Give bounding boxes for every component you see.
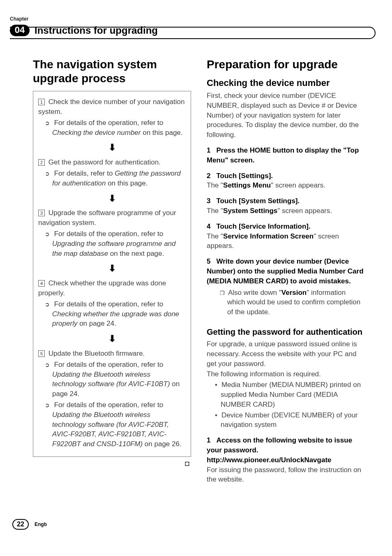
step-5-sub-b-after: on page 26.: [143, 440, 182, 448]
step-5-sub-b-pre: For details of the operation, refer to: [54, 401, 164, 409]
right-step-2-text: Touch [Settings].: [216, 172, 273, 180]
step-2-sub-after: on this page.: [106, 179, 148, 187]
step-number-2: 2: [38, 159, 45, 166]
right-heading-1: Preparation for upgrade: [207, 58, 365, 72]
step-3-sub-after: on the next page.: [108, 250, 164, 257]
step-5-sub-a: For details of the operation, refer to U…: [38, 360, 186, 399]
step-3-sub-pre: For details of the operation, refer to: [54, 230, 164, 238]
step-3-text: Upgrade the software programme of your n…: [38, 209, 176, 227]
right-para-2: For upgrade, a unique password issued on…: [207, 339, 365, 368]
step-1: 1 Check the device number of your naviga…: [38, 97, 186, 137]
t: Also write down ": [228, 289, 281, 297]
right-bullet-1: Media Number (MEDIA NUMBER) printed on s…: [207, 380, 365, 409]
language-code: Engb: [35, 521, 47, 528]
right-subheading-1: Checking the device number: [207, 77, 365, 89]
n4: 4: [207, 222, 210, 230]
step-2-sub: For details, refer to Getting the passwo…: [38, 169, 186, 188]
t: " screen appears.: [271, 181, 325, 189]
page-number: 22: [12, 519, 29, 530]
step-5: 5 Update the Bluetooth firmware. For det…: [38, 349, 186, 449]
right-step-4-result: The "Service Information Screen" screen …: [207, 232, 365, 251]
right-step-6-text: Access on the following website to issue…: [207, 436, 352, 454]
step-5-sub-a-pre: For details of the operation, refer to: [54, 361, 164, 368]
right-step-5-text: Write down your device number (Device Nu…: [207, 257, 364, 285]
right-bullet-2: Device Number (DEVICE NUMBER) of your na…: [207, 410, 365, 430]
step-number-4: 4: [38, 280, 45, 287]
step-2-sub-pre: For details, refer to: [54, 169, 115, 177]
right-step-1: 1Press the HOME button to display the "T…: [207, 146, 365, 165]
chapter-title: Instructions for upgrading: [35, 23, 158, 37]
step-4-sub: For details of the operation, refer to C…: [38, 299, 186, 329]
step-4-sub-after: on page 24.: [77, 320, 116, 327]
chapter-row: 04 Instructions for upgrading: [10, 23, 376, 37]
end-section-icon: ◘: [33, 459, 191, 469]
arrow-down-icon: ⬇: [38, 333, 186, 345]
step-4-sub-pre: For details of the operation, refer to: [54, 300, 164, 308]
step-1-sub-pre: For details of the operation, refer to: [54, 119, 164, 127]
arrow-down-icon: ⬇: [38, 262, 186, 275]
chapter-number-badge: 04: [10, 25, 30, 36]
step-2-text: Get the password for authentication.: [48, 158, 161, 166]
right-para-3: The following information is required.: [207, 369, 365, 379]
step-5-sub-b: For details of the operation, refer to U…: [38, 400, 186, 449]
right-step-4: 4Touch [Service Information].: [207, 222, 365, 232]
process-box: 1 Check the device number of your naviga…: [33, 91, 191, 457]
n2: 2: [207, 172, 210, 180]
left-column: The navigation system upgrade process 1 …: [33, 58, 191, 485]
t: The ": [207, 232, 223, 240]
right-step-3: 3Touch [System Settings].: [207, 196, 365, 206]
n1: 1: [207, 146, 210, 154]
right-column: Preparation for upgrade Checking the dev…: [207, 58, 365, 485]
right-step-3-text: Touch [System Settings].: [216, 197, 300, 205]
step-2: 2 Get the password for authentication. F…: [38, 158, 186, 188]
step-5-sub-a-italic: Updating the Bluetooth wireless technolo…: [52, 371, 170, 388]
right-subheading-2: Getting the password for authentication: [207, 326, 365, 338]
t: System Settings: [223, 207, 277, 215]
n5: 5: [207, 257, 210, 265]
right-step-5-sub: Also write down "Version" information wh…: [207, 288, 365, 317]
right-para-1: First, check your device number (DEVICE …: [207, 91, 365, 140]
arrow-down-icon: ⬇: [38, 192, 186, 205]
right-step-1-text: Press the HOME button to display the "To…: [207, 146, 359, 164]
step-5-text: Update the Bluetooth firmware.: [48, 350, 145, 357]
page-footer: 22 Engb: [12, 519, 47, 530]
arrow-down-icon: ⬇: [38, 141, 186, 154]
right-step-6: 1Access on the following website to issu…: [207, 436, 365, 455]
right-step-2: 2Touch [Settings].: [207, 171, 365, 181]
step-4: 4 Check whether the upgrade was done pro…: [38, 278, 186, 329]
t: Version: [281, 289, 307, 297]
page-header: Chapter 04 Instructions for upgrading: [10, 16, 376, 37]
t: Settings Menu: [223, 181, 271, 189]
step-1-sub-italic: Checking the device number: [52, 129, 141, 137]
right-step-5: 5Write down your device number (Device N…: [207, 257, 365, 286]
right-step-4-text: Touch [Service Information].: [216, 222, 310, 230]
n3: 3: [207, 197, 210, 205]
step-1-sub-after: on this page.: [141, 129, 182, 137]
t: Service Information Screen: [223, 232, 314, 240]
step-number-1: 1: [38, 99, 45, 105]
step-1-text: Check the device number of your navigati…: [38, 98, 184, 116]
step-1-sub: For details of the operation, refer to C…: [38, 118, 186, 138]
t: " screen appears.: [277, 207, 332, 215]
right-para-4: For issuing the password, follow the ins…: [207, 465, 365, 485]
step-4-text: Check whether the upgrade was done prope…: [38, 279, 166, 297]
step-number-3: 3: [38, 210, 45, 216]
step-3: 3 Upgrade the software programme of your…: [38, 208, 186, 258]
left-heading: The navigation system upgrade process: [33, 58, 191, 85]
t: The ": [207, 207, 223, 215]
right-step-2-result: The "Settings Menu" screen appears.: [207, 181, 365, 190]
step-3-sub: For details of the operation, refer to U…: [38, 229, 186, 258]
n6: 1: [207, 436, 210, 444]
right-step-3-result: The "System Settings" screen appears.: [207, 206, 365, 216]
t: The ": [207, 181, 223, 189]
right-url: http://www.pioneer.eu/UnlockNavgate: [207, 455, 365, 465]
step-number-5: 5: [38, 350, 45, 357]
chapter-label: Chapter: [10, 16, 376, 23]
